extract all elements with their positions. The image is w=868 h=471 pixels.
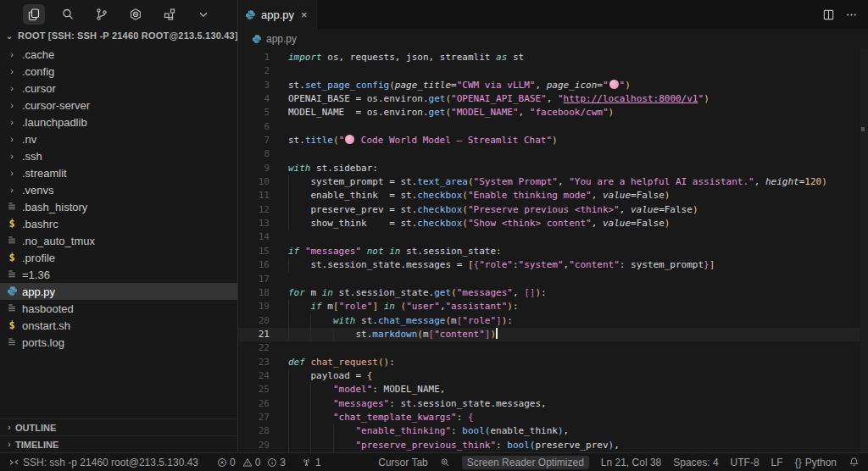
code-line-5[interactable]: 5MODEL_NAME = os.environ.get("MODEL_NAME… [238, 106, 868, 119]
code-token: : [541, 287, 547, 298]
code-line-18[interactable]: 18for m in st.session_state.get("message… [238, 286, 868, 300]
code-line-24[interactable]: 24 payload = { [238, 369, 868, 383]
file-label: .bashrc [22, 218, 58, 230]
timeline-panel-header[interactable]: › TIMELINE [0, 435, 237, 452]
tab-app-py[interactable]: app.py × [238, 0, 317, 29]
outline-panel-header[interactable]: › OUTLINE [0, 418, 237, 435]
code-line-1[interactable]: 1import os, requests, json, streamlit as… [238, 51, 868, 64]
code-token: , [440, 301, 446, 312]
file-label: .cursor-server [22, 99, 90, 112]
code-token: ) [490, 329, 496, 340]
code-line-9[interactable]: 9with st.sidebar: [238, 162, 868, 175]
bell-icon[interactable] [849, 457, 860, 468]
code-line-22[interactable]: 22 [238, 341, 868, 355]
brain-emoji [345, 135, 354, 144]
remote-cube-icon[interactable] [125, 4, 147, 25]
code-token [288, 301, 311, 312]
code-line-11[interactable]: 11 enable_think = st.checkbox("Enable th… [238, 189, 868, 202]
indent-guide [310, 314, 311, 328]
file-tree-item--cursor-server[interactable]: ›.cursor-server [0, 97, 237, 114]
code-line-19[interactable]: 19 if m["role"] in ("user","assistant"): [238, 300, 868, 313]
code-line-27[interactable]: 27 "chat_template_kwargs": { [238, 411, 868, 424]
code-line-16[interactable]: 16 st.session_state.messages = [{"role":… [238, 258, 868, 272]
ports-indicator[interactable]: 1 [301, 457, 321, 468]
scrollbar[interactable] [860, 49, 868, 452]
indent-guide [288, 424, 289, 438]
code-token: ( [462, 218, 468, 229]
language-indicator[interactable]: {} Python [795, 457, 837, 468]
code-line-25[interactable]: 25 "model": MODEL_NAME, [238, 383, 868, 396]
code-line-20[interactable]: 20 with st.chat_message(m["role"]): [238, 314, 868, 328]
braces-glyph: {} [795, 457, 802, 468]
code-line-26[interactable]: 26 "messages": st.session_state.messages… [238, 397, 868, 411]
file-tree-item-hasbooted[interactable]: hasbooted [0, 300, 237, 317]
extensions-icon[interactable] [159, 4, 181, 25]
code-line-7[interactable]: 7st.title(" Code World Model — Streamlit… [238, 134, 868, 147]
code-token: st. [288, 329, 372, 340]
code-token: if [311, 301, 322, 312]
remote-icon [8, 457, 19, 468]
file-tree-item--ssh[interactable]: ›.ssh [0, 147, 237, 164]
file-tree-item--profile[interactable]: $.profile [0, 249, 237, 266]
encoding-indicator[interactable]: UTF-8 [731, 457, 760, 468]
breadcrumb[interactable]: app.py [238, 29, 868, 49]
file-tree-item--venvs[interactable]: ›.venvs [0, 181, 237, 198]
code-line-8[interactable]: 8 [238, 147, 868, 161]
code-editor[interactable]: 1import os, requests, json, streamlit as… [238, 49, 868, 452]
code-line-21[interactable]: 21 st.markdown(m["content"]) [238, 328, 868, 341]
code-token: MODEL_NAME = os.environ. [288, 107, 429, 118]
chevron-right-icon: › [5, 49, 19, 59]
file-tree-item-onstart-sh[interactable]: $onstart.sh [0, 317, 237, 334]
code-line-14[interactable]: 14 [238, 230, 868, 244]
code-line-23[interactable]: 23def chat_request(): [238, 356, 868, 369]
code-line-2[interactable]: 2 [238, 64, 868, 78]
code-line-12[interactable]: 12 preserve_prev = st.checkbox("Preserve… [238, 203, 868, 217]
file-tree-item--no-auto-tmux[interactable]: .no_auto_tmux [0, 232, 237, 249]
more-actions-icon[interactable] [845, 8, 858, 21]
code-line-28[interactable]: 28 "enable_thinking": bool(enable_think)… [238, 424, 868, 438]
search-icon[interactable] [57, 4, 79, 25]
breadcrumb-file[interactable]: app.py [266, 33, 297, 45]
explorer-icon[interactable] [23, 4, 45, 25]
file-tree-item--1-36[interactable]: =1.36 [0, 266, 237, 283]
code-line-13[interactable]: 13 show_think = st.checkbox("Show <think… [238, 217, 868, 230]
file-tree-item--cache[interactable]: ›.cache [0, 46, 237, 63]
code-line-15[interactable]: 15if "messages" not in st.session_state: [238, 245, 868, 258]
code-line-4[interactable]: 4OPENAI_BASE = os.environ.get("OPENAI_AP… [238, 92, 868, 106]
code-token: in [389, 246, 400, 257]
screen-reader-indicator[interactable]: Screen Reader Optimized [462, 456, 589, 469]
file-tree-item-ports-log[interactable]: ports.log [0, 334, 237, 351]
close-icon[interactable]: × [301, 8, 308, 21]
file-tree-item--launchpadlib[interactable]: ›.launchpadlib [0, 114, 237, 130]
code-line-3[interactable]: 3st.set_page_config(page_title="CWM via … [238, 79, 868, 92]
code-token: "messages" [333, 398, 389, 409]
file-tree-item--bash-history[interactable]: .bash_history [0, 198, 237, 215]
code-line-10[interactable]: 10 system_prompt = st.text_area("System … [238, 175, 868, 189]
panel-label: OUTLINE [15, 423, 56, 433]
file-tree-item--streamlit[interactable]: ›.streamlit [0, 164, 237, 181]
code-token: ] [496, 315, 502, 326]
source-control-icon[interactable] [91, 4, 113, 25]
file-tree-item--nv[interactable]: ›.nv [0, 130, 237, 147]
chevron-right-icon: › [3, 423, 15, 432]
indentation-indicator[interactable]: Spaces: 4 [673, 457, 718, 468]
file-tree-item--cursor[interactable]: ›.cursor [0, 80, 237, 97]
code-line-17[interactable]: 17 [238, 273, 868, 286]
indent-guide [288, 328, 289, 341]
chevron-down-icon[interactable] [192, 4, 214, 25]
cursor-position[interactable]: Ln 21, Col 38 [601, 457, 661, 468]
zoom-indicator[interactable] [440, 457, 450, 468]
code-line-29[interactable]: 29 "preserve_previous_think": bool(prese… [238, 439, 868, 452]
problems-indicator[interactable]: 0 0 3 [217, 457, 286, 468]
file-tree-item--config[interactable]: ›.config [0, 63, 237, 80]
eol-indicator[interactable]: LF [771, 457, 783, 468]
tab-bar: app.py × [238, 0, 868, 29]
remote-indicator[interactable]: SSH: ssh -p 21460 root@213.5.130.43 [8, 457, 198, 468]
line-number: 13 [238, 217, 270, 230]
code-line-6[interactable]: 6 [238, 120, 868, 134]
file-tree-item--bashrc[interactable]: $.bashrc [0, 215, 237, 232]
split-editor-icon[interactable] [822, 8, 835, 21]
file-tree-item-app-py[interactable]: app.py [0, 283, 237, 300]
cursor-tab-indicator[interactable]: Cursor Tab [378, 457, 427, 468]
explorer-section-header[interactable]: ⌄ ROOT [SSH: SSH -P 21460 ROOT@213.5.130… [0, 27, 237, 44]
